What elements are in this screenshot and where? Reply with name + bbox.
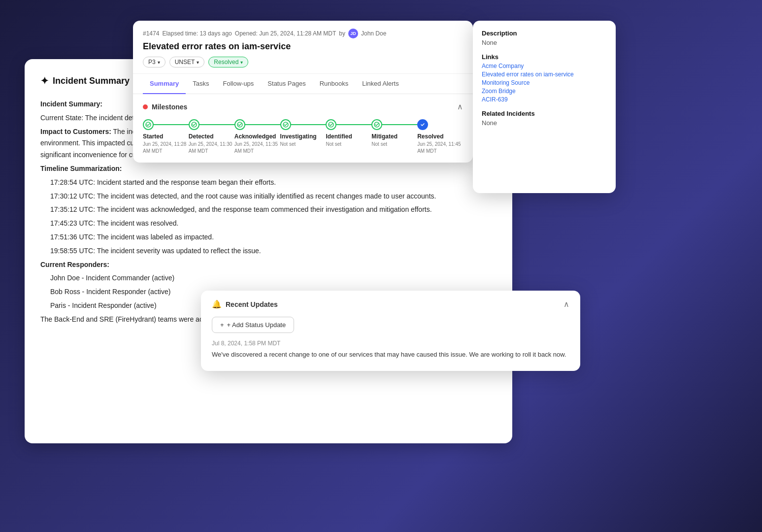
- milestone-circle-mitigated: [371, 119, 382, 130]
- links-label: Links: [482, 53, 607, 61]
- milestone-label-resolved: Resolved: [417, 133, 443, 140]
- milestone-step-acknowledged: Acknowledged Jun 25, 2024, 11:35 AM MDT: [234, 119, 280, 155]
- recent-updates-title: 🔔 Recent Updates: [212, 299, 278, 309]
- recent-updates-label: Recent Updates: [226, 300, 278, 308]
- milestone-line-3: [291, 124, 326, 125]
- incident-title: Elevated error rates on iam-service: [143, 41, 463, 52]
- milestone-step-detected: Detected Jun 25, 2024, 11:30 AM MDT: [189, 119, 234, 155]
- timeline-item-5: 19:58:55 UTC: The incident severity was …: [40, 245, 497, 257]
- timeline-item-2: 17:35:12 UTC: The incident was acknowled…: [40, 204, 497, 216]
- milestone-label-acknowledged: Acknowledged: [234, 133, 276, 140]
- milestone-line-0: [154, 124, 189, 125]
- tab-summary[interactable]: Summary: [143, 74, 186, 94]
- priority-chevron-icon: ▾: [158, 60, 160, 65]
- unset-chevron-icon: ▾: [197, 60, 199, 65]
- description-value: None: [482, 39, 607, 46]
- incident-by: by: [339, 30, 345, 37]
- incident-meta: #1474 Elapsed time: 13 days ago Opened: …: [143, 29, 463, 38]
- tabs-row: Summary Tasks Follow-ups Status Pages Ru…: [133, 74, 473, 94]
- sparkle-icon: ✦: [40, 75, 49, 87]
- link-zoom[interactable]: Zoom Bridge: [482, 88, 607, 95]
- tab-tasks[interactable]: Tasks: [186, 74, 216, 94]
- related-incidents-label: Related Incidents: [482, 110, 607, 117]
- add-status-label: + Add Status Update: [227, 321, 286, 329]
- milestone-step-resolved: Resolved Jun 25, 2024, 11:45 AM MDT: [417, 119, 463, 155]
- milestones-header: Milestones ∧: [143, 102, 463, 111]
- milestones-collapse-icon[interactable]: ∧: [457, 102, 463, 111]
- timeline-item-1: 17:30:12 UTC: The incident was detected,…: [40, 191, 497, 202]
- milestone-date-started: Jun 25, 2024, 11:28 AM MDT: [143, 141, 189, 155]
- milestones-title: Milestones: [152, 103, 187, 111]
- milestone-line-5: [382, 124, 417, 125]
- badge-row: P3 ▾ UNSET ▾ Resolved ▾: [143, 57, 463, 67]
- add-status-icon: +: [220, 321, 224, 329]
- user-name: John Doe: [361, 30, 386, 37]
- links-section: Links Acme Company Elevated error rates …: [482, 53, 607, 103]
- responder-0: John Doe - Incident Commander (active): [40, 272, 497, 284]
- milestone-label-started: Started: [143, 133, 163, 140]
- milestone-step-identified: Identified Not set: [326, 119, 371, 148]
- link-acme[interactable]: Acme Company: [482, 63, 607, 69]
- milestone-label-mitigated: Mitigated: [371, 133, 398, 140]
- milestone-circle-acknowledged: [234, 119, 245, 130]
- timeline-label: Timeline Summarization:: [40, 165, 122, 172]
- related-incidents-section: Related Incidents None: [482, 110, 607, 127]
- status-badge[interactable]: Resolved ▾: [208, 57, 248, 67]
- timeline-item-3: 17:45:23 UTC: The incident was resolved.: [40, 218, 497, 230]
- milestone-step-mitigated: Mitigated Not set: [371, 119, 417, 148]
- timeline-item-0: 17:28:54 UTC: Incident started and the r…: [40, 177, 497, 189]
- milestones-section: Milestones ∧ Started Jun 25, 2024, 11:28…: [133, 94, 473, 163]
- update-timestamp: Jul 8, 2024, 1:58 PM MDT: [212, 340, 569, 347]
- milestone-circle-resolved: [417, 119, 428, 130]
- milestone-circle-started: [143, 119, 154, 130]
- milestone-circle-detected: [189, 119, 199, 130]
- incident-id: #1474: [143, 30, 159, 37]
- recent-updates-collapse-icon[interactable]: ∧: [563, 299, 569, 309]
- description-section: Description None: [482, 30, 607, 46]
- milestone-line-1: [199, 124, 234, 125]
- recent-updates-header: 🔔 Recent Updates ∧: [212, 299, 569, 309]
- incident-detail-card: #1474 Elapsed time: 13 days ago Opened: …: [133, 21, 473, 163]
- milestone-circle-investigating: [280, 119, 291, 130]
- milestone-date-mitigated: Not set: [371, 141, 387, 148]
- incident-opened: Opened: Jun 25, 2024, 11:28 AM MDT: [235, 30, 336, 37]
- intro-label: Incident Summary:: [40, 100, 102, 108]
- milestone-steps: Started Jun 25, 2024, 11:28 AM MDT Detec…: [143, 119, 463, 155]
- tab-linked-alerts[interactable]: Linked Alerts: [355, 74, 405, 94]
- related-incidents-value: None: [482, 119, 607, 127]
- milestone-date-detected: Jun 25, 2024, 11:30 AM MDT: [189, 141, 234, 155]
- milestone-date-identified: Not set: [326, 141, 341, 148]
- milestone-date-investigating: Not set: [280, 141, 296, 148]
- link-error-rates[interactable]: Elevated error rates on iam-service: [482, 71, 607, 78]
- milestone-line-2: [245, 124, 280, 125]
- responders-label: Current Responders:: [40, 261, 109, 268]
- tab-status-pages[interactable]: Status Pages: [261, 74, 312, 94]
- recent-updates-card: 🔔 Recent Updates ∧ + + Add Status Update…: [201, 291, 580, 371]
- milestone-date-resolved: Jun 25, 2024, 11:45 AM MDT: [417, 141, 463, 155]
- incident-header: #1474 Elapsed time: 13 days ago Opened: …: [133, 21, 473, 74]
- bell-icon: 🔔: [212, 299, 222, 309]
- link-monitoring[interactable]: Monitoring Source: [482, 79, 607, 86]
- add-status-update-button[interactable]: + + Add Status Update: [212, 317, 294, 333]
- card-header-title: ✦ Incident Summary: [40, 75, 130, 87]
- user-badge: JD: [348, 29, 358, 38]
- description-label: Description: [482, 30, 607, 37]
- right-panel: Description None Links Acme Company Elev…: [473, 21, 616, 193]
- milestones-label: Milestones: [143, 103, 187, 111]
- tab-followups[interactable]: Follow-ups: [216, 74, 261, 94]
- unset-label: UNSET: [175, 59, 195, 66]
- milestone-circle-identified: [326, 119, 336, 130]
- status-label: Resolved: [214, 59, 238, 66]
- milestone-label-identified: Identified: [326, 133, 352, 140]
- unset-badge[interactable]: UNSET ▾: [169, 57, 205, 67]
- priority-badge[interactable]: P3 ▾: [143, 57, 166, 67]
- link-acir[interactable]: ACIR-639: [482, 96, 607, 103]
- milestone-label-detected: Detected: [189, 133, 214, 140]
- update-body: We've discovered a recent change to one …: [212, 350, 569, 360]
- priority-label: P3: [148, 59, 156, 66]
- status-chevron-icon: ▾: [240, 60, 243, 65]
- milestone-date-acknowledged: Jun 25, 2024, 11:35 AM MDT: [234, 141, 280, 155]
- tab-runbooks[interactable]: Runbooks: [313, 74, 356, 94]
- timeline-item-4: 17:51:36 UTC: The incident was labeled a…: [40, 232, 497, 243]
- milestone-step-started: Started Jun 25, 2024, 11:28 AM MDT: [143, 119, 189, 155]
